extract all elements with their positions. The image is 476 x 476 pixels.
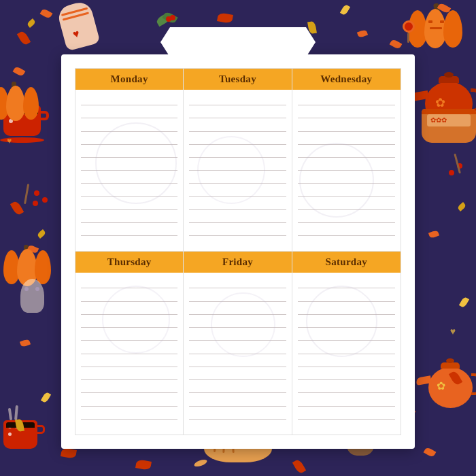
leaf-decor	[37, 229, 46, 239]
line[interactable]	[189, 132, 286, 145]
planner: Monday Tuesday	[61, 54, 415, 449]
line[interactable]	[189, 367, 286, 380]
line[interactable]	[81, 223, 177, 236]
line[interactable]	[81, 158, 177, 171]
day-header-friday: Friday	[184, 252, 291, 273]
leaf-decor	[27, 18, 36, 28]
leaf-decor	[17, 30, 31, 46]
line[interactable]	[81, 354, 177, 367]
line[interactable]	[81, 236, 177, 248]
line[interactable]	[298, 132, 395, 145]
line[interactable]	[189, 184, 286, 197]
branch-decor	[24, 184, 29, 204]
line[interactable]	[81, 184, 177, 197]
line[interactable]	[81, 118, 177, 131]
line[interactable]	[189, 197, 286, 209]
line[interactable]	[189, 171, 286, 184]
line[interactable]	[81, 171, 177, 184]
planner-banner	[170, 27, 306, 57]
day-lines-friday	[184, 273, 291, 435]
leaf-decor	[390, 39, 403, 50]
line[interactable]	[189, 407, 286, 420]
pumpkin-decor-tr	[408, 3, 466, 58]
berry-decor	[34, 190, 39, 196]
line[interactable]	[298, 118, 395, 131]
line[interactable]	[189, 145, 286, 158]
day-lines-tuesday	[184, 90, 291, 251]
line[interactable]	[189, 328, 286, 341]
line[interactable]	[298, 145, 395, 158]
line[interactable]	[189, 341, 286, 354]
mitten-decor: ♥	[61, 3, 95, 48]
holly-decor	[156, 14, 190, 27]
pie-decor: ✿✿✿	[422, 109, 476, 143]
day-lines-monday	[75, 90, 183, 251]
line[interactable]	[189, 236, 286, 248]
line[interactable]	[298, 420, 395, 432]
leaf-decor	[424, 447, 437, 458]
berry-decor	[42, 197, 48, 203]
line[interactable]	[81, 302, 177, 315]
day-lines-wednesday	[292, 90, 401, 251]
line[interactable]	[298, 367, 395, 380]
line[interactable]	[81, 380, 177, 393]
line[interactable]	[298, 275, 395, 288]
line[interactable]	[298, 210, 395, 223]
line[interactable]	[81, 132, 177, 145]
line[interactable]	[298, 105, 395, 118]
line[interactable]	[189, 302, 286, 315]
line[interactable]	[81, 315, 177, 328]
line[interactable]	[81, 105, 177, 118]
line[interactable]	[81, 288, 177, 301]
line[interactable]	[298, 341, 395, 354]
leaf-decor	[217, 12, 233, 24]
line[interactable]	[189, 210, 286, 223]
day-cell-wednesday: Wednesday	[292, 69, 401, 252]
line[interactable]	[298, 315, 395, 328]
line[interactable]	[298, 171, 395, 184]
line[interactable]	[189, 92, 286, 105]
line[interactable]	[189, 354, 286, 367]
line[interactable]	[298, 302, 395, 315]
line[interactable]	[189, 393, 286, 406]
line[interactable]	[298, 407, 395, 420]
line[interactable]	[81, 367, 177, 380]
line[interactable]	[298, 393, 395, 406]
leaf-decor	[340, 4, 350, 16]
line[interactable]	[81, 341, 177, 354]
line[interactable]	[298, 158, 395, 171]
line[interactable]	[298, 184, 395, 197]
line[interactable]	[81, 328, 177, 341]
heart-decor: ♥	[450, 326, 456, 337]
line[interactable]	[81, 420, 177, 432]
line[interactable]	[81, 407, 177, 420]
line[interactable]	[81, 275, 177, 288]
line[interactable]	[81, 210, 177, 223]
line[interactable]	[298, 236, 395, 248]
line[interactable]	[81, 92, 177, 105]
line[interactable]	[298, 380, 395, 393]
line[interactable]	[189, 315, 286, 328]
day-header-saturday: Saturday	[292, 252, 401, 273]
line[interactable]	[298, 288, 395, 301]
line[interactable]	[81, 393, 177, 406]
line[interactable]	[189, 380, 286, 393]
leaf-decor	[13, 66, 26, 78]
leaf-decor	[357, 29, 368, 38]
line[interactable]	[189, 288, 286, 301]
line[interactable]	[298, 328, 395, 341]
line[interactable]	[189, 223, 286, 236]
heart-decor: ♥	[7, 136, 12, 146]
line[interactable]	[298, 223, 395, 236]
line[interactable]	[189, 158, 286, 171]
line[interactable]	[189, 118, 286, 131]
line[interactable]	[298, 92, 395, 105]
line[interactable]	[81, 145, 177, 158]
line[interactable]	[189, 420, 286, 432]
planner-grid: Monday Tuesday	[75, 68, 401, 435]
line[interactable]	[81, 197, 177, 209]
line[interactable]	[189, 105, 286, 118]
line[interactable]	[298, 354, 395, 367]
line[interactable]	[189, 275, 286, 288]
line[interactable]	[298, 197, 395, 209]
